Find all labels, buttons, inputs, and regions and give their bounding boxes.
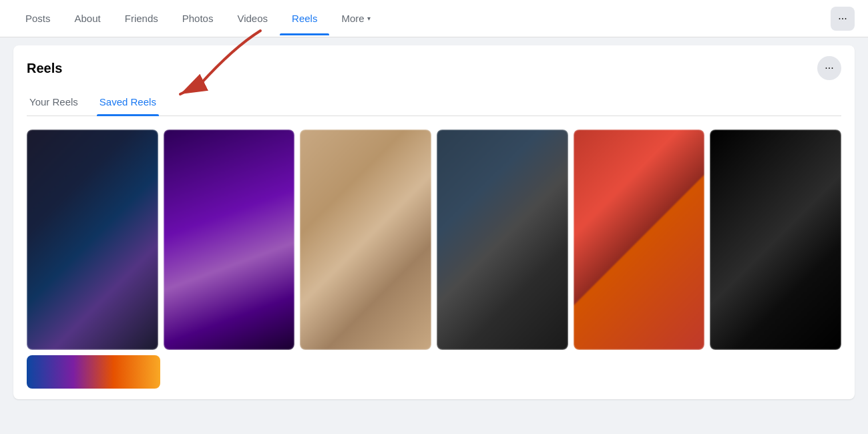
- sub-tabs-wrapper: Your Reels Saved Reels: [27, 91, 841, 116]
- nav-item-about[interactable]: About: [63, 2, 113, 35]
- top-navigation: Posts About Friends Photos Videos Reels …: [0, 0, 868, 37]
- nav-more-label: More: [341, 13, 364, 24]
- nav-item-more[interactable]: More ▾: [329, 2, 382, 35]
- reel-thumbnail-partial[interactable]: [27, 355, 160, 389]
- reels-grid-wrapper: [27, 130, 841, 389]
- nav-items-list: Posts About Friends Photos Videos Reels …: [13, 2, 831, 35]
- reels-grid: [27, 130, 841, 350]
- nav-item-reels[interactable]: Reels: [280, 2, 329, 35]
- partial-row: [27, 355, 841, 389]
- reels-card: Reels ··· Your Reels Sa: [13, 45, 855, 399]
- reel-thumbnail-4-image: [437, 130, 568, 350]
- reels-options-button[interactable]: ···: [817, 56, 841, 80]
- nav-more-options-button[interactable]: ···: [831, 7, 855, 31]
- nav-item-posts[interactable]: Posts: [13, 2, 63, 35]
- reel-thumbnail-3-image: [300, 130, 431, 350]
- reel-thumbnail-4[interactable]: [437, 130, 568, 350]
- reels-header: Reels ···: [27, 56, 841, 80]
- chevron-down-icon: ▾: [367, 15, 371, 22]
- reel-thumbnail-6[interactable]: [710, 130, 841, 350]
- tab-saved-reels[interactable]: Saved Reels: [97, 91, 159, 116]
- reel-thumbnail-2[interactable]: [164, 130, 295, 350]
- reel-thumbnail-2-image: [164, 130, 295, 350]
- main-content: Reels ··· Your Reels Sa: [0, 37, 868, 407]
- reel-thumbnail-1[interactable]: [27, 130, 158, 350]
- reel-thumbnail-partial-image: [27, 355, 160, 389]
- reel-thumbnail-1-image: [27, 130, 158, 350]
- reels-title: Reels: [27, 61, 62, 76]
- reel-thumbnail-6-image: [710, 130, 841, 350]
- reel-thumbnail-5-image: [574, 130, 705, 350]
- sub-tabs: Your Reels Saved Reels: [27, 91, 841, 116]
- tab-your-reels[interactable]: Your Reels: [27, 91, 81, 116]
- nav-item-photos[interactable]: Photos: [170, 2, 226, 35]
- reel-thumbnail-5[interactable]: [574, 130, 705, 350]
- nav-item-videos[interactable]: Videos: [225, 2, 280, 35]
- nav-item-friends[interactable]: Friends: [113, 2, 170, 35]
- reel-thumbnail-3[interactable]: [300, 130, 431, 350]
